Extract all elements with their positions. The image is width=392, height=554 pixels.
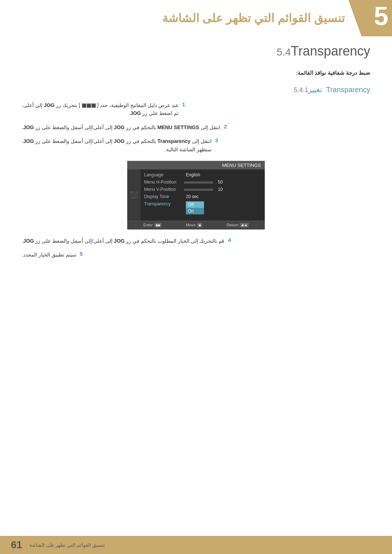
menu-value-hpos: 50 xyxy=(218,180,222,185)
main-content: 5.4 Transparency ضبط درجة شفافية نوافذ ا… xyxy=(0,36,392,274)
transparency-option-on: On xyxy=(186,208,204,214)
menu-row-displaytime: Display Time 20 sec xyxy=(140,193,265,200)
transparency-dropdown: Off On xyxy=(186,201,204,214)
menu-bottom-move: ■ Move xyxy=(186,223,202,227)
menu-key-enter: ■■ xyxy=(154,223,162,227)
step-text-3: انتقل إلى Transparency بالتحكم في زر JOG… xyxy=(22,137,212,153)
menu-row-language: Language English xyxy=(140,171,265,178)
menu-label-displaytime: Display Time xyxy=(144,194,184,199)
menu-label-language: Language xyxy=(144,172,184,177)
menu-items: Language English Menu H-Position 50 xyxy=(140,169,265,221)
menu-bottom-move-label: Move xyxy=(186,223,196,227)
subsection-title: Transparency xyxy=(326,86,370,94)
menu-value-language: English xyxy=(186,172,200,177)
menu-body: ⬛ Language English Menu H-Position xyxy=(127,169,265,221)
page-header: تنسيق القوائم التي تظهر على الشاشة xyxy=(0,0,392,36)
step-item-4: 4 قم بالتحريك إلى الخيار المطلوب بالتحكم… xyxy=(22,237,370,245)
section-heading: 5.4 Transparency xyxy=(22,44,370,59)
menu-bottom-enter: ■■ Enter xyxy=(143,223,162,227)
step-number-2: 2 xyxy=(224,123,233,130)
menu-bar-hpos: 50 xyxy=(184,180,223,185)
step-text-1: عند عرض دليل المفاتيح الوظيفية، حدد [ ▦▦… xyxy=(22,101,179,118)
menu-row-transparency: Transparency Off On xyxy=(140,200,265,216)
step-number-4: 4 xyxy=(228,237,237,243)
step-number-5: 5 xyxy=(80,251,89,257)
menu-value-displaytime: 20 sec xyxy=(186,194,199,199)
menu-label-vpos: Menu V-Position xyxy=(144,187,184,192)
section-number: 5.4 xyxy=(277,46,291,58)
menu-label-transparency: Transparency xyxy=(144,201,184,206)
footer-page-number: 61 xyxy=(11,539,22,551)
section-title: Transparency xyxy=(291,44,370,59)
menu-value-vpos: 10 xyxy=(218,187,222,192)
menu-bottom-bar: ◄■ Return ■ Move ■■ Enter xyxy=(127,221,265,229)
subsection-number: 5.4.1 xyxy=(294,86,308,94)
menu-row-vpos: Menu V-Position 10 xyxy=(140,186,265,193)
page-footer: تنسيق القوائم التي تظهر على الشاشة 61 xyxy=(0,536,392,554)
step-item-3: 3 انتقل إلى Transparency بالتحكم في زر J… xyxy=(22,137,370,153)
menu-screenshot: MENU SETTINGS ⬛ Language English xyxy=(127,161,265,230)
menu-key-return: ◄■ xyxy=(240,223,249,227)
step-number-1: 1 xyxy=(182,101,191,107)
progress-bar-hpos xyxy=(184,181,213,184)
menu-row-hpos: Menu H-Position 50 xyxy=(140,178,265,186)
step-text-4: قم بالتحريك إلى الخيار المطلوب بالتحكم ف… xyxy=(22,237,224,245)
menu-key-move: ■ xyxy=(197,223,202,227)
menu-label-hpos: Menu H-Position xyxy=(144,180,184,185)
subsection-label: تغيير xyxy=(308,85,322,94)
step-text-2: انتقل إلى MENU SETTINGS بالتحكم في زر JO… xyxy=(22,123,220,131)
menu-bottom-enter-label: Enter xyxy=(143,223,153,227)
step-number-3: 3 xyxy=(215,137,224,143)
footer-text: تنسيق القوائم التي تظهر على الشاشة xyxy=(29,542,105,548)
subsection-heading: 5.4.1 تغيير Transparency xyxy=(22,85,370,94)
step-text-5: سيتم تطبيق الخيار المحدد. xyxy=(22,251,76,259)
steps-container: 1 عند عرض دليل المفاتيح الوظيفية، حدد [ … xyxy=(22,101,370,259)
menu-title-bar: MENU SETTINGS xyxy=(127,161,265,169)
step-item-5: 5 سيتم تطبيق الخيار المحدد. xyxy=(22,251,370,259)
step-item-1: 1 عند عرض دليل المفاتيح الوظيفية، حدد [ … xyxy=(22,101,370,118)
transparency-option-off: Off xyxy=(186,201,204,208)
header-title: تنسيق القوائم التي تظهر على الشاشة xyxy=(162,11,345,25)
menu-bottom-return-label: Return xyxy=(226,223,238,227)
description: ضبط درجة شفافية نوافذ القائمة: xyxy=(22,70,370,76)
menu-sidebar-icon: ⬛ xyxy=(130,191,138,199)
progress-bar-vpos xyxy=(184,189,213,191)
step-item-2: 2 انتقل إلى MENU SETTINGS بالتحكم في زر … xyxy=(22,123,370,131)
menu-sidebar: ⬛ xyxy=(127,169,140,221)
chapter-number: 5 xyxy=(374,3,388,29)
menu-screenshot-container: MENU SETTINGS ⬛ Language English xyxy=(22,161,370,230)
menu-bar-vpos: 10 xyxy=(184,187,223,192)
menu-bottom-return: ◄■ Return xyxy=(226,223,249,227)
